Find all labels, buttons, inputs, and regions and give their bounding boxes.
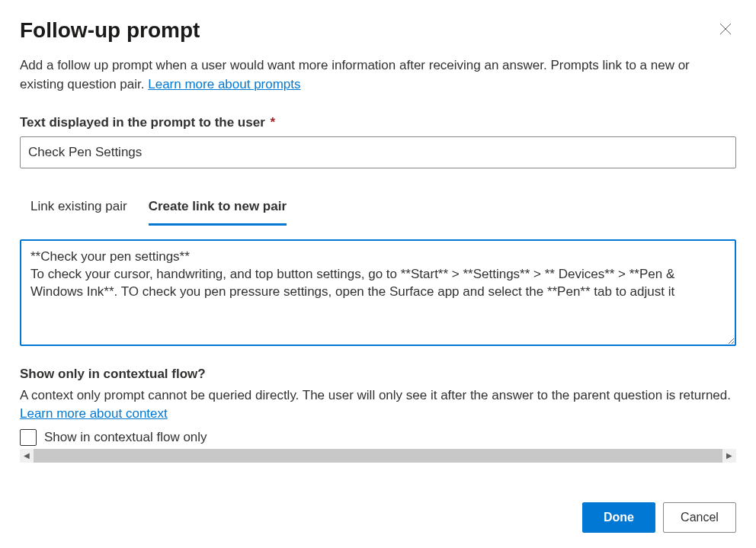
dialog-description-text: Add a follow up prompt when a user would… — [20, 58, 690, 91]
dialog-description: Add a follow up prompt when a user would… — [20, 56, 736, 94]
dialog-header: Follow-up prompt — [20, 18, 736, 43]
learn-more-prompts-link[interactable]: Learn more about prompts — [148, 77, 300, 91]
close-button[interactable] — [715, 18, 736, 40]
display-text-input[interactable] — [20, 136, 736, 168]
dialog-title: Follow-up prompt — [20, 18, 200, 43]
done-button[interactable]: Done — [582, 502, 655, 533]
horizontal-scrollbar[interactable]: ◀ ▶ — [20, 449, 736, 463]
scroll-left-arrow-icon[interactable]: ◀ — [20, 449, 34, 463]
dialog-footer: Done Cancel — [582, 502, 736, 533]
contextual-flow-description: A context only prompt cannot be queried … — [20, 386, 736, 423]
required-indicator: * — [271, 115, 276, 130]
contextual-checkbox-row: Show in contextual flow only — [20, 429, 736, 446]
tab-create-new-pair[interactable]: Create link to new pair — [149, 191, 287, 226]
pair-tabs: Link existing pair Create link to new pa… — [20, 191, 736, 226]
close-icon — [719, 23, 732, 35]
display-text-label-text: Text displayed in the prompt to the user — [20, 115, 265, 130]
cancel-button[interactable]: Cancel — [663, 502, 736, 533]
answer-textarea[interactable]: **Check your pen settings** To check you… — [20, 239, 736, 346]
contextual-flow-heading: Show only in contextual flow? — [20, 367, 736, 382]
contextual-flow-description-text: A context only prompt cannot be queried … — [20, 388, 731, 402]
tab-link-existing-pair[interactable]: Link existing pair — [30, 191, 127, 226]
contextual-flow-checkbox[interactable] — [20, 429, 37, 446]
learn-more-context-link[interactable]: Learn more about context — [20, 406, 168, 421]
contextual-flow-checkbox-label[interactable]: Show in contextual flow only — [44, 430, 207, 445]
display-text-label: Text displayed in the prompt to the user… — [20, 115, 736, 130]
followup-prompt-dialog: Follow-up prompt Add a follow up prompt … — [0, 0, 756, 548]
scroll-right-arrow-icon[interactable]: ▶ — [722, 449, 736, 463]
scroll-thumb[interactable] — [34, 449, 722, 463]
